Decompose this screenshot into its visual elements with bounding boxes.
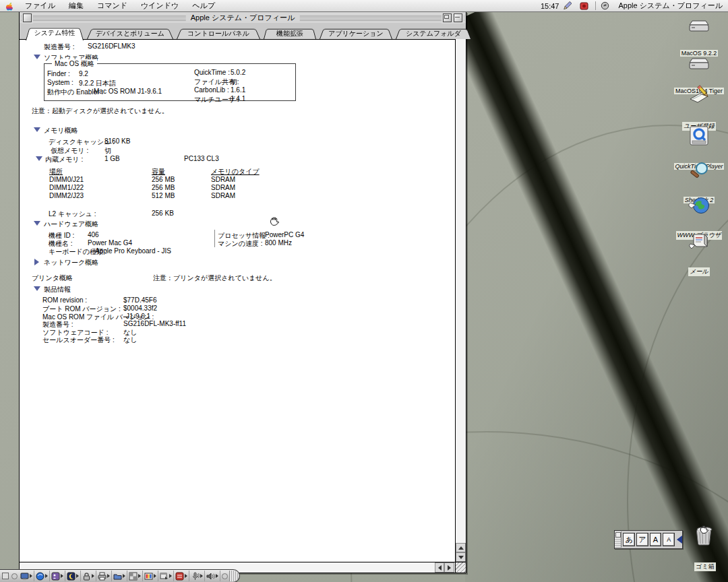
desktop-icon-user-registration[interactable]: ユーザ登録 [673,85,725,131]
color-depth-module[interactable] [143,571,158,581]
scroll-right-button[interactable] [444,562,454,573]
application-menu-title[interactable]: Apple システム・プロフィール [611,1,728,11]
close-box[interactable] [23,13,32,22]
strip-scroll-dot[interactable] [222,573,228,579]
collapse-box[interactable] [454,13,462,22]
hand-cursor [698,523,710,538]
macos-overview-box-title: Mac OS 概略 [52,59,97,69]
window-title-bar[interactable]: Apple システム・プロフィール [20,12,466,23]
tab-strip: システム特性 デバイスとボリューム コントロールパネル 機能拡張 アプリケーショ… [20,24,466,39]
disclosure-triangle-expanded-icon[interactable] [34,127,40,132]
table-row: 256 MB [152,184,175,191]
tab-system-folders[interactable]: システムフォルダ [396,28,471,39]
menu-clock[interactable]: 15:47 [541,2,559,10]
tab-devices-volumes[interactable]: デバイスとボリューム [87,28,173,39]
disclosure-triangle-expanded-icon[interactable] [34,286,40,291]
serial-label: 製造番号 : [44,42,75,52]
profile-content: 製造番号 : SG216DFLMK3 ソフトウェア概略 Mac OS 概略 Fi… [20,39,455,562]
palette-collapse-arrow-icon[interactable] [677,536,682,544]
hard-disk-icon [673,55,725,71]
volume-module[interactable] [205,571,220,581]
keyboard-value: Apple Pro Keyboard - JIS [95,247,171,255]
hard-disk-icon [673,18,725,34]
tab-system-profile[interactable]: システム特性 [26,26,84,39]
tab-extensions[interactable]: 機能拡張 [264,28,316,39]
table-row: 256 MB [152,176,175,183]
grow-box[interactable] [455,562,466,573]
scroll-left-button[interactable] [435,562,444,573]
security-module[interactable] [81,571,96,581]
desktop-icon-label: メール [688,267,709,276]
pencil-icon[interactable] [563,1,572,10]
sales-order-label: セールスオーダー番号 : [42,335,115,345]
desktop-icon-mail[interactable]: メール [673,230,725,276]
strip-collapse-box[interactable] [2,573,9,579]
profiler-app-icon [601,1,609,10]
table-row: 512 MB [152,192,175,199]
menu-file[interactable]: ファイル [18,1,62,11]
profiler-window: Apple システム・プロフィール システム特性 デバイスとボリューム コントロ… [19,11,466,573]
speed-label: マシンの速度 : [218,239,263,249]
av-module[interactable] [174,571,189,581]
table-row: DIMM0/J21 [49,176,84,183]
hardware-heading: ハードウェア概略 [44,220,98,229]
monitor-window-module[interactable] [158,571,174,581]
processor-value: PowerPC G4 [265,231,304,238]
memory-heading: メモリ概略 [44,126,78,135]
startup-disk-note: 注意：起動ディスクが選択されていません。 [32,106,169,116]
strip-scroll-dot[interactable] [11,573,18,579]
menu-help[interactable]: ヘルプ [185,1,222,11]
control-strip[interactable] [0,569,240,582]
users-module[interactable] [50,571,65,581]
hiragana-mode-button[interactable]: あ [623,533,635,546]
file-sharing-module[interactable] [112,571,127,581]
scroll-up-button[interactable] [456,543,466,552]
quicktime-value: 5.0.2 [231,69,245,76]
table-row: DIMM1/J22 [49,184,84,191]
disk-cache-value: 8160 KB [104,137,130,145]
menu-edit[interactable]: 編集 [62,1,90,11]
rom-revision-label: ROM revision : [42,296,87,304]
disclosure-triangle-expanded-icon[interactable] [34,55,40,59]
menu-bar: ファイル 編集 コマンド ウインドウ ヘルプ 15:47 Apple システム・… [0,0,728,12]
display-module[interactable] [19,571,34,581]
disclosure-triangle-collapsed-icon[interactable] [34,259,39,265]
disclosure-triangle-expanded-icon[interactable] [34,221,40,226]
apple-menu-icon[interactable] [5,1,14,11]
katakana-mode-button[interactable]: ア [636,533,648,546]
filesharing-value: 切 [231,77,237,87]
printer-note: 注意：プリンタが選択されていません。 [153,273,276,283]
desktop-icon-macos9[interactable]: MacOS 9.2.2 [673,18,725,58]
scroll-down-button[interactable] [456,552,466,562]
application-icon[interactable] [580,1,588,10]
zoom-box[interactable] [443,13,452,22]
hardware-column-divider [214,230,215,247]
microphone-module[interactable] [189,571,205,581]
system-value: 9.2.2 日本語 [79,79,116,88]
menu-window[interactable]: ウインドウ [134,1,185,11]
memory-col-type: メモリのタイプ [211,167,260,176]
printer-module[interactable] [96,571,112,581]
tab-applications[interactable]: アプリケーション [320,28,392,39]
strip-pull-tab[interactable] [229,571,239,581]
printer-heading: プリンタ概略 [32,273,73,283]
quicktime-icon [673,125,725,147]
tab-control-panels[interactable]: コントロールパネル [177,28,260,39]
web-module[interactable] [34,571,50,581]
romaji-mode-button[interactable]: A [650,533,662,546]
serial-value: SG216DFLMK3 [88,42,135,50]
input-method-palette[interactable]: あ ア A A [614,530,683,549]
browser-globe-icon [673,195,725,216]
palette-drag-handle[interactable] [615,531,621,548]
table-row: SDRAM [211,184,235,191]
window-title: Apple システム・プロフィール [186,13,300,23]
enabler-value: Mac OS ROM J1-9.6.1 [94,88,162,95]
macos-rom-file-value: J1-9.6.1 [126,313,150,320]
desktop-pattern-module[interactable] [127,571,143,581]
halfwidth-mode-button[interactable]: A [663,533,675,546]
vertical-scrollbar[interactable] [455,39,466,562]
disclosure-triangle-expanded-icon[interactable] [36,156,42,161]
menu-command[interactable]: コマンド [90,1,134,11]
l2-cache-value: 256 KB [152,209,174,217]
sleep-module[interactable] [65,571,81,581]
